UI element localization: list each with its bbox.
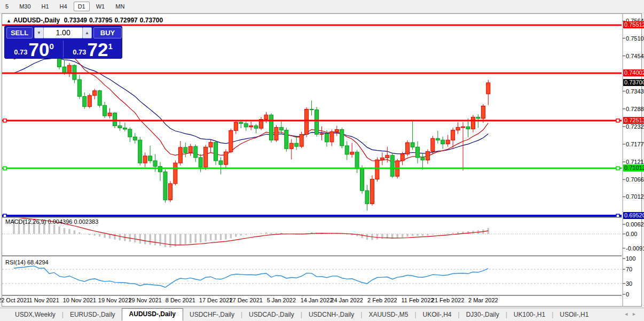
- chart-tab-usdchf-daily[interactable]: USDCHF-,Daily: [183, 309, 241, 321]
- chart-tab-usoil-h1[interactable]: USOil-,H1: [553, 309, 595, 321]
- tab-scroll-arrows[interactable]: ◄►: [624, 311, 640, 317]
- panel-collapse-icon[interactable]: ▲: [6, 18, 11, 24]
- tab-scroll-left-icon: ◄: [624, 311, 632, 317]
- buy-price[interactable]: 0.73 72 1: [64, 40, 122, 59]
- sell-price-prefix: 0.73: [14, 48, 27, 56]
- volume-input[interactable]: 1.00: [44, 27, 82, 38]
- chart-tab-eurusd-daily[interactable]: EURUSD-,Daily: [64, 309, 122, 321]
- trade-panel: SELL ▼ 1.00 ▲ BUY 0.73 70 0 0.73 72 1: [4, 26, 122, 59]
- chart-tab-ukoil-h4[interactable]: UKOil-,H4: [417, 309, 458, 321]
- ohlc-open: 0.73349: [64, 17, 87, 24]
- chart-tab-usdcnh-daily[interactable]: USDCNH-,Daily: [302, 309, 360, 321]
- chart-tab-xauusd-m5[interactable]: XAUUSD-,M5: [362, 309, 414, 321]
- ohlc-high: 0.73795: [89, 17, 112, 24]
- chart-tab-dj30-daily[interactable]: DJ30-,Daily: [460, 309, 506, 321]
- rsi-indicator-label: RSI(14) 68.4294: [5, 259, 49, 265]
- tab-scroll-right-icon: ►: [632, 311, 640, 317]
- buy-price-sup: 1: [108, 42, 112, 51]
- sell-button[interactable]: SELL: [6, 27, 33, 38]
- ohlc-low: 0.72997: [114, 17, 137, 24]
- chart-tab-audusd-daily[interactable]: AUDUSD-,Daily: [122, 308, 183, 321]
- buy-price-big: 72: [88, 42, 108, 58]
- chart-tab-uk100-h1[interactable]: UK100-,H1: [507, 309, 552, 321]
- chart-symbol-label: AUDUSD-,Daily: [13, 17, 60, 24]
- chart-tabbar: USDX,Weekly|EURUSD-,DailyAUDUSD-,DailyUS…: [0, 308, 644, 321]
- chart-title: ▲AUDUSD-,Daily 0.733490.737950.729970.73…: [6, 17, 165, 24]
- chart-tab-usdcad-daily[interactable]: USDCAD-,Daily: [242, 309, 301, 321]
- buy-button[interactable]: BUY: [93, 27, 122, 38]
- sell-price[interactable]: 0.73 70 0: [5, 40, 63, 59]
- volume-decrease-button[interactable]: ▼: [34, 27, 44, 38]
- buy-price-prefix: 0.73: [73, 48, 86, 56]
- volume-increase-button[interactable]: ▲: [82, 27, 92, 38]
- sell-price-sup: 0: [49, 42, 53, 51]
- ohlc-close: 0.73700: [140, 17, 163, 24]
- macd-indicator-label: MACD(12,26,9) 0.004396 0.002383: [5, 218, 98, 225]
- chart-tab-usdx-weekly[interactable]: USDX,Weekly: [9, 309, 62, 321]
- sell-price-big: 70: [29, 42, 50, 58]
